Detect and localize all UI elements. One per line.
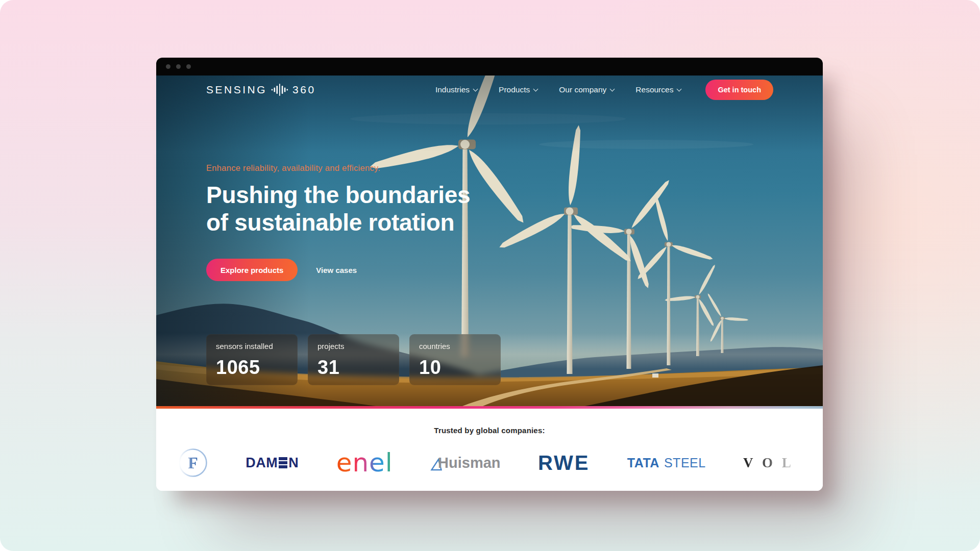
- hero-stats: sensors installed 1065 projects 31 count…: [206, 334, 501, 385]
- hero-section: SENSING 360 Industries Products: [156, 76, 823, 406]
- partner-logo-damen: DAM N: [246, 455, 299, 471]
- nav-item-products[interactable]: Products: [499, 85, 537, 94]
- hero-actions: Explore products View cases: [206, 259, 823, 281]
- svg-text:F: F: [188, 454, 198, 472]
- nav-item-our-company[interactable]: Our company: [559, 85, 614, 94]
- stat-value: 1065: [216, 357, 288, 379]
- partners-heading: Trusted by global companies:: [156, 409, 823, 435]
- stat-card-sensors: sensors installed 1065: [206, 334, 298, 385]
- window-minimize-button[interactable]: [176, 64, 181, 69]
- brand-name-left: SENSING: [206, 84, 267, 96]
- nav-menu: Industries Products Our company Resource…: [435, 80, 773, 100]
- brand-name-right: 360: [292, 84, 316, 96]
- stat-label: countries: [419, 342, 491, 350]
- desktop-background: SENSING 360 Industries Products: [0, 0, 980, 551]
- main-navigation: SENSING 360 Industries Products: [156, 76, 823, 104]
- chevron-down-icon: [610, 87, 615, 92]
- chevron-down-icon: [473, 87, 478, 92]
- partner-logo-partial: VOL: [743, 455, 800, 471]
- chevron-down-icon: [533, 87, 538, 92]
- hero-title: Pushing the boundaries of sustainable ro…: [206, 181, 823, 236]
- waveform-icon: [271, 83, 289, 96]
- chevron-down-icon: [677, 87, 682, 92]
- view-cases-link[interactable]: View cases: [316, 266, 357, 274]
- stat-card-projects: projects 31: [308, 334, 399, 385]
- nav-item-industries[interactable]: Industries: [435, 85, 477, 94]
- stat-value: 31: [317, 357, 389, 379]
- hero-eyebrow: Enhance reliability, availability and ef…: [206, 163, 823, 173]
- partner-logo-tata-steel: TATA STEEL: [627, 456, 706, 470]
- explore-products-button[interactable]: Explore products: [206, 259, 298, 281]
- partner-logo-enel: enel: [336, 450, 393, 475]
- nav-item-resources[interactable]: Resources: [635, 85, 681, 94]
- get-in-touch-button[interactable]: Get in touch: [705, 80, 773, 100]
- stat-value: 10: [419, 357, 491, 379]
- partner-logo-monogram: F: [178, 447, 208, 478]
- window-maximize-button[interactable]: [186, 64, 191, 69]
- damen-e-bars-icon: [279, 457, 287, 468]
- stat-card-countries: countries 10: [409, 334, 501, 385]
- partner-logo-carousel: F DAM N enel Huisman RWE TAT: [156, 441, 823, 485]
- stat-label: projects: [317, 342, 389, 350]
- partners-section: Trusted by global companies: F DAM N ene…: [156, 409, 823, 491]
- partner-logo-huisman: Huisman: [430, 454, 500, 471]
- hero-copy: Enhance reliability, availability and ef…: [156, 163, 823, 281]
- window-titlebar: [156, 58, 823, 76]
- window-close-button[interactable]: [166, 64, 170, 69]
- partner-logo-rwe: RWE: [538, 452, 590, 474]
- circle-f-logo-icon: F: [178, 447, 208, 478]
- brand-logo[interactable]: SENSING 360: [206, 83, 316, 96]
- browser-window: SENSING 360 Industries Products: [156, 58, 823, 491]
- stat-label: sensors installed: [216, 342, 288, 350]
